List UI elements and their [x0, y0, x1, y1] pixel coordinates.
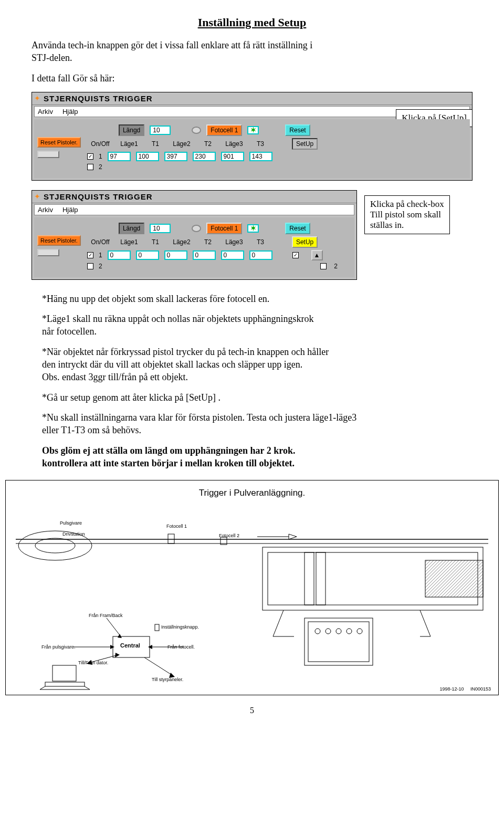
hdr-t2b: T2: [197, 238, 218, 246]
b3-l3: Obs. endast 3ggr till/från på ett objekt…: [42, 372, 188, 382]
rownum-1: 1: [99, 153, 102, 160]
diagram-footer: 1998-12-10 IN000153: [439, 686, 491, 692]
fotocell-status: ✶: [247, 126, 259, 134]
b6-l2: kontrollera att inte starten börjar i me…: [42, 458, 295, 468]
b2-l2: når fotocellen.: [42, 326, 97, 337]
r1-c3[interactable]: 397: [164, 152, 187, 161]
rownum-1b: 1: [99, 252, 102, 259]
hdr-t2: T2: [197, 140, 218, 148]
r2-c6[interactable]: 0: [249, 250, 272, 260]
hdr-t3b: T3: [250, 238, 271, 246]
rownum-2: 2: [99, 163, 102, 171]
app-title: STJERNQUISTS TRIGGER: [44, 94, 153, 103]
svg-point-22: [346, 629, 352, 634]
lbl-franfc: Från fotocell.: [167, 644, 195, 650]
app-icon: ✦: [34, 94, 40, 102]
status-indicator: [192, 127, 201, 134]
r1-c4[interactable]: 230: [193, 152, 216, 161]
svg-point-19: [315, 629, 320, 634]
lbl-fc1: Fotocell 1: [166, 524, 187, 529]
svg-rect-37: [45, 682, 85, 686]
app-title2: STJERNQUISTS TRIGGER: [44, 192, 153, 201]
r1-c2[interactable]: 100: [136, 152, 159, 161]
checkbox-row2[interactable]: [87, 164, 93, 170]
reset-pistoler-button[interactable]: Reset Pistoler.: [37, 137, 81, 148]
intro-line3: I detta fall Gör så här:: [32, 72, 472, 85]
diagram-frame: Trigger i Pulveranläggning.: [5, 480, 499, 695]
svg-rect-18: [308, 622, 369, 662]
setup-button-1[interactable]: SetUp: [292, 138, 318, 150]
r2-c1[interactable]: 0: [108, 250, 131, 260]
r2-c5[interactable]: 0: [221, 250, 244, 260]
diagram-body: Pulsgivare Drivstation Fotocell 1 Fotoce…: [10, 508, 494, 692]
lbl-franpuls: Från pulsgivare.: [41, 644, 76, 650]
page-number: 5: [32, 706, 472, 715]
svg-line-38: [40, 686, 45, 689]
b6-l1: Obs glöm ej att ställa om längd om upphä…: [42, 445, 295, 456]
hdr-t1b: T1: [145, 238, 166, 246]
menu-hjalp2[interactable]: Hjälp: [62, 206, 78, 214]
r2-c2[interactable]: 0: [136, 250, 159, 260]
hdr-lage3b: Läge3: [224, 238, 245, 246]
svg-point-20: [326, 629, 331, 634]
svg-point-23: [357, 629, 362, 634]
b3-l2: den intryckt där du vill att objektet sk…: [42, 359, 302, 370]
callout-checkbox: Klicka på check-box Till pistol som skal…: [364, 195, 450, 234]
lbl-fc2: Fotocell 2: [219, 533, 239, 538]
svg-rect-10: [304, 552, 314, 605]
hdr-lage3: Läge3: [224, 140, 245, 148]
svg-marker-30: [148, 645, 152, 649]
r1-c6[interactable]: 143: [249, 152, 272, 161]
langd-value[interactable]: 10: [150, 126, 171, 135]
dia-ref: IN000153: [470, 686, 491, 692]
reset-pistoler-button2[interactable]: Reset Pistoler.: [37, 235, 81, 246]
menu-hjalp[interactable]: Hjälp: [62, 108, 78, 116]
bullet4: *Gå ur setup genom att åter klicka på [S…: [32, 391, 472, 404]
reset-button2[interactable]: Reset: [285, 223, 310, 234]
svg-rect-12: [425, 560, 483, 597]
rownum-2b: 2: [99, 263, 102, 270]
callout2-l2: Till pistol som skall: [370, 210, 441, 220]
checkbox-extra-2[interactable]: [320, 263, 327, 269]
hdr-lage2: Läge2: [171, 140, 192, 148]
diagram-title: Trigger i Pulveranläggning.: [10, 488, 494, 498]
svg-marker-28: [110, 645, 114, 649]
bullet3: *När objektet når förkryssad pistol tryc…: [32, 346, 472, 384]
menu-arkiv[interactable]: Arkiv: [38, 108, 53, 116]
svg-marker-7: [289, 534, 297, 539]
pistol-icon: [37, 151, 59, 158]
app-icon2: ✦: [34, 192, 40, 201]
bullet2: *Läge1 skall nu räkna uppåt och nollas n…: [32, 312, 472, 338]
extra-icon[interactable]: ▲: [311, 250, 323, 260]
lbl-inst: Inställningsknapp.: [161, 624, 199, 630]
b5-l2: eller T1-T3 om så behövs.: [42, 425, 141, 435]
menu-arkiv2[interactable]: Arkiv: [38, 206, 53, 214]
r1-c1[interactable]: 97: [108, 152, 131, 161]
bullet6: Obs glöm ej att ställa om längd om upphä…: [32, 444, 472, 470]
lbl-franfb: Från Fram/Back: [89, 613, 123, 618]
setup-button-2[interactable]: SetUp: [292, 236, 318, 248]
checkbox-row1b[interactable]: ✓: [87, 252, 93, 258]
fotocell-button[interactable]: Fotocell 1: [206, 124, 242, 136]
checkbox-row2b[interactable]: [87, 263, 93, 269]
titlebar: ✦ STJERNQUISTS TRIGGER: [32, 92, 472, 105]
svg-rect-17: [304, 618, 373, 665]
b3-l1: *När objektet når förkryssad pistol tryc…: [42, 347, 329, 357]
r2-c4[interactable]: 0: [193, 250, 216, 260]
lbl-tillfran: Till/Från dator.: [78, 660, 108, 665]
lbl-central: Central: [120, 642, 140, 649]
fotocell-button2[interactable]: Fotocell 1: [206, 223, 242, 234]
r1-c5[interactable]: 901: [221, 152, 244, 161]
checkbox-row1[interactable]: ✓: [87, 153, 93, 160]
svg-point-21: [336, 629, 341, 634]
lbl-pulsgivare: Pulsgivare: [60, 520, 82, 526]
reset-button[interactable]: Reset: [285, 124, 310, 136]
langd-value2[interactable]: 10: [150, 224, 171, 233]
checkbox-extra-1[interactable]: ✓: [292, 252, 299, 258]
hdr-lage2b: Läge2: [171, 238, 192, 246]
svg-line-25: [107, 618, 121, 636]
svg-line-34: [144, 657, 173, 676]
hdr-onoff: On/Off: [87, 140, 113, 148]
r2-c3[interactable]: 0: [164, 250, 187, 260]
svg-rect-36: [52, 665, 76, 681]
